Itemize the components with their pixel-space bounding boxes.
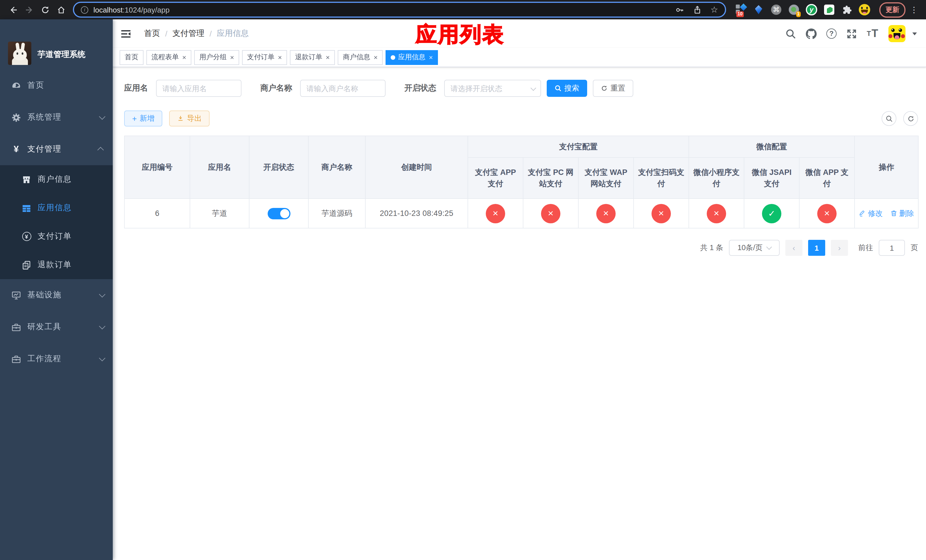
extension-command-icon[interactable]: ⌘ [770, 4, 782, 15]
add-button[interactable]: + 新增 [124, 110, 162, 127]
extension-icon[interactable] [753, 4, 764, 15]
collapse-sidebar-icon[interactable] [121, 28, 132, 39]
refresh-icon[interactable] [903, 111, 918, 126]
sidebar-item-home[interactable]: 首页 [0, 70, 113, 101]
cell-status [249, 198, 309, 228]
home-icon[interactable] [53, 2, 68, 17]
help-icon[interactable]: ? [826, 29, 837, 39]
status-toggle[interactable] [267, 207, 290, 219]
sidebar-item-app-info[interactable]: 应用信息 [0, 194, 113, 222]
back-icon[interactable] [6, 2, 21, 17]
tab-refund-order[interactable]: 退款订单 [290, 50, 335, 65]
goto-page-input[interactable] [879, 240, 905, 256]
breadcrumb: 首页 / 支付管理 / 应用信息 [144, 29, 249, 39]
fullscreen-icon[interactable] [846, 28, 857, 39]
user-avatar[interactable] [888, 25, 905, 42]
sidebar-item-payment[interactable]: ¥ 支付管理 [0, 133, 113, 165]
site-info-icon[interactable]: i [81, 6, 88, 14]
close-icon[interactable] [230, 54, 234, 61]
app-table: 应用编号 应用名 开启状态 商户名称 创建时间 支付宝配置 微信配置 操作 支付… [124, 136, 918, 229]
col-alipay-app: 支付宝 APP 支付 [468, 157, 523, 198]
col-alipay-qr: 支付宝扫码支付 [634, 157, 689, 198]
close-icon[interactable] [278, 54, 282, 61]
breadcrumb-home[interactable]: 首页 [144, 29, 160, 39]
col-group-wechat: 微信配置 [689, 136, 855, 157]
app-title: 芋道管理系统 [38, 50, 85, 65]
bookmark-star-icon[interactable]: ☆ [710, 5, 718, 15]
grid-icon [22, 203, 31, 213]
sidebar-item-workflow[interactable]: 工作流程 [0, 343, 113, 375]
goto-label: 前往 [858, 243, 873, 253]
cell-merchant: 芋道源码 [309, 198, 365, 228]
tab-process-form[interactable]: 流程表单 [146, 50, 191, 65]
extension-icon[interactable]: 10 [735, 4, 747, 15]
extension-icon[interactable]: 1 [788, 4, 800, 15]
status-select-input[interactable] [444, 80, 541, 97]
app-logo-row[interactable]: 芋道管理系统 [0, 20, 113, 70]
font-size-icon[interactable]: TT [867, 27, 879, 40]
app-name-input[interactable] [156, 80, 242, 97]
close-icon[interactable] [182, 54, 186, 61]
status-icon [486, 204, 505, 223]
breadcrumb-payment[interactable]: 支付管理 [172, 29, 204, 39]
edit-link[interactable]: 修改 [859, 208, 883, 218]
delete-link[interactable]: 删除 [890, 208, 914, 218]
status-select[interactable] [444, 80, 541, 97]
current-page-button[interactable]: 1 [808, 240, 825, 256]
extension-icon[interactable]: y [806, 4, 817, 15]
status-icon [707, 204, 726, 223]
tab-pay-order[interactable]: 支付订单 [242, 50, 287, 65]
app-name-label: 应用名 [124, 83, 148, 94]
github-icon[interactable] [806, 28, 817, 39]
extension-badge: 10 [736, 11, 744, 17]
page-size-select[interactable]: 10条/页 [729, 240, 780, 256]
page-annotation-title: 应用列表 [409, 21, 511, 49]
sidebar-item-merchant-info[interactable]: 商户信息 [0, 165, 113, 194]
sidebar: 芋道管理系统 首页 系统管理 ¥ 支付管理 [0, 20, 113, 560]
url-text[interactable]: localhost:1024/pay/app [94, 5, 169, 14]
tab-user-group[interactable]: 用户分组 [194, 50, 239, 65]
toolbox-icon [11, 322, 21, 332]
reload-icon[interactable] [38, 2, 52, 17]
sidebar-item-dev-tools[interactable]: 研发工具 [0, 311, 113, 343]
tab-merchant-info[interactable]: 商户信息 [338, 50, 383, 65]
col-wechat-app: 微信 APP 支付 [799, 157, 855, 198]
prev-page-button[interactable]: ‹ [785, 240, 802, 256]
sidebar-item-refund-order[interactable]: 退款订单 [0, 251, 113, 279]
col-alipay-wap: 支付宝 WAP 网站支付 [578, 157, 634, 198]
avatar-dropdown-caret-icon[interactable] [912, 32, 917, 35]
forward-icon[interactable] [22, 2, 36, 17]
coin-icon: ¥ [22, 232, 31, 241]
col-app-name: 应用名 [190, 136, 249, 198]
sidebar-item-infrastructure[interactable]: 基础设施 [0, 279, 113, 311]
total-count: 共 1 条 [700, 243, 723, 253]
tab-home[interactable]: 首页 [120, 50, 144, 65]
profile-avatar-icon[interactable] [859, 4, 870, 15]
sidebar-item-pay-order[interactable]: ¥ 支付订单 [0, 222, 113, 251]
chevron-down-icon [99, 291, 106, 298]
share-icon[interactable] [693, 5, 701, 14]
tab-app-info[interactable]: 应用信息 [386, 50, 438, 65]
sidebar-item-system[interactable]: 系统管理 [0, 101, 113, 133]
extensions-puzzle-icon[interactable] [841, 4, 853, 15]
next-page-button[interactable]: › [831, 240, 848, 256]
password-key-icon[interactable] [675, 5, 684, 14]
extension-icon[interactable] [823, 4, 835, 15]
browser-menu-icon[interactable]: ⋮ [909, 5, 920, 14]
reset-button[interactable]: 重置 [593, 80, 633, 97]
dashboard-icon [11, 80, 21, 90]
col-merchant: 商户名称 [309, 136, 365, 198]
yen-icon: ¥ [11, 144, 21, 154]
merchant-name-input[interactable] [300, 80, 386, 97]
toggle-search-icon[interactable] [882, 111, 896, 126]
search-button[interactable]: 搜索 [547, 80, 587, 97]
close-icon[interactable] [326, 54, 330, 61]
chevron-down-icon [99, 323, 106, 330]
close-icon[interactable] [374, 54, 378, 61]
status-label: 开启状态 [404, 83, 436, 94]
close-icon[interactable] [429, 54, 433, 61]
browser-update-button[interactable]: 更新 [879, 2, 905, 17]
search-icon[interactable] [785, 28, 796, 39]
export-button[interactable]: 导出 [169, 110, 210, 127]
address-bar[interactable]: i localhost:1024/pay/app ☆ [73, 2, 726, 18]
